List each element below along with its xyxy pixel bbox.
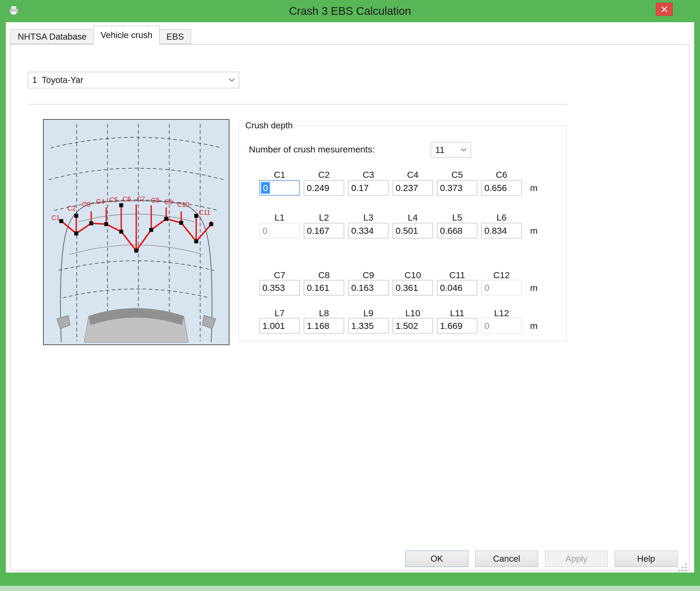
crush-label-c11: C11 [199,209,211,216]
headers-c7-c12: C7 C8 C9 C10 C11 C12 [259,270,522,280]
c2-input[interactable] [304,180,344,196]
c9-input[interactable] [348,280,388,296]
c10-header: C10 [393,270,433,280]
c11-header: C11 [437,270,477,280]
c6-input[interactable] [482,180,522,196]
l12-input [482,318,522,333]
dialog-buttons: OK Cancel Apply Help [405,550,678,567]
l7-input[interactable] [259,318,300,333]
l3-header: L3 [348,212,388,223]
l7-header: L7 [259,308,300,318]
resize-grip[interactable] [678,563,687,572]
dialog-crash3-ebs: Crash 3 EBS Calculation NHTSA Database V… [0,0,700,591]
c11-input[interactable] [437,280,477,296]
crush-depth-group: Crush depth Number of crush mesurements:… [239,121,567,341]
crush-label-c5: C5 [109,196,118,203]
cancel-button[interactable]: Cancel [475,550,538,567]
tab-label: Vehicle crush [101,30,152,40]
c2-header: C2 [304,170,344,180]
l1-header: L1 [259,212,300,223]
crush-label-c3: C3 [82,201,90,208]
l10-input[interactable] [393,318,433,333]
l9-input[interactable] [348,318,388,333]
close-icon [661,6,668,13]
l8-input[interactable] [304,318,344,333]
c1-header: C1 [259,170,300,180]
l3-input[interactable] [348,223,388,238]
crush-label-c2: C2 [67,204,76,212]
car-top-view: C1 C2 C3 C4 C5 C6 C7 C8 C9 C10 C11 [44,120,229,344]
l12-header: L12 [482,308,522,318]
title-bar: Crash 3 EBS Calculation [0,0,700,22]
tab-vehicle-crush[interactable]: Vehicle crush [93,26,160,44]
c5-input[interactable] [437,180,477,196]
c3-input[interactable] [348,180,388,196]
selected-text: 0 [261,182,270,194]
l1-input [259,223,300,238]
c4-header: C4 [393,170,433,180]
l6-header: L6 [482,212,522,223]
crush-label-c1: C1 [52,214,60,221]
inputs-l1-l6: m [259,223,545,238]
vehicle-crush-tab-panel: 1 Toyota-Yar [11,44,689,570]
c12-input [482,280,522,296]
crush-label-c10: C10 [177,201,189,208]
l6-input[interactable] [482,223,522,238]
crush-count-value: 11 [435,145,444,155]
tab-label: NHTSA Database [18,32,86,42]
c7-input[interactable] [259,280,300,296]
window-title: Crash 3 EBS Calculation [0,0,700,22]
crush-label-c6: C6 [123,195,131,203]
close-button[interactable] [656,3,673,16]
l5-input[interactable] [437,223,477,238]
l8-header: L8 [304,308,344,318]
l9-header: L9 [348,308,388,318]
headers-l1-l6: L1 L2 L3 L4 L5 L6 [259,212,522,223]
vehicle-select[interactable]: 1 Toyota-Yar [28,72,239,88]
crush-depth-legend: Crush depth [243,121,296,131]
unit-label: m [526,321,545,331]
ok-button[interactable]: OK [405,550,468,567]
l4-header: L4 [393,212,433,223]
crush-count-label: Number of crush mesurements: [249,144,375,154]
vehicle-crush-diagram: C1 C2 C3 C4 C5 C6 C7 C8 C9 C10 C11 [43,119,230,345]
c8-header: C8 [304,270,344,280]
c9-header: C9 [348,270,388,280]
unit-label: m [526,283,545,293]
l2-header: L2 [304,212,344,223]
inputs-c7-c12: m [259,280,545,296]
c6-header: C6 [482,170,522,180]
client-area: NHTSA Database Vehicle crush EBS 1 Toyot… [6,22,694,573]
l11-input[interactable] [437,318,477,333]
tab-label: EBS [167,32,184,42]
vehicle-select-value: 1 Toyota-Yar [32,75,83,85]
c8-input[interactable] [304,280,344,296]
window-bottom-edge [0,586,700,591]
c3-header: C3 [348,170,388,180]
tab-nhtsa-database[interactable]: NHTSA Database [11,29,93,44]
chevron-down-icon [228,78,235,82]
inputs-l7-l12: m [259,318,545,333]
l10-header: L10 [393,308,433,318]
l4-input[interactable] [393,223,433,238]
crush-count-select[interactable]: 11 [431,142,471,157]
help-button[interactable]: Help [615,550,678,567]
c10-input[interactable] [393,280,433,296]
headers-l7-l12: L7 L8 L9 L10 L11 L12 [259,308,522,318]
chevron-down-icon [461,148,467,152]
apply-button: Apply [545,550,608,567]
c1-input[interactable]: 0 [259,180,300,196]
l5-header: L5 [437,212,477,223]
headers-c1-c6: C1 C2 C3 C4 C5 C6 [259,170,522,180]
l11-header: L11 [437,308,477,318]
tab-bar: NHTSA Database Vehicle crush EBS [11,26,191,44]
c5-header: C5 [437,170,477,180]
unit-label: m [526,183,545,193]
unit-label: m [526,225,545,236]
c12-header: C12 [482,270,522,280]
c4-input[interactable] [393,180,433,196]
tab-ebs[interactable]: EBS [160,29,191,44]
crush-label-c4: C4 [96,198,105,205]
l2-input[interactable] [304,223,344,238]
c7-header: C7 [259,270,300,280]
